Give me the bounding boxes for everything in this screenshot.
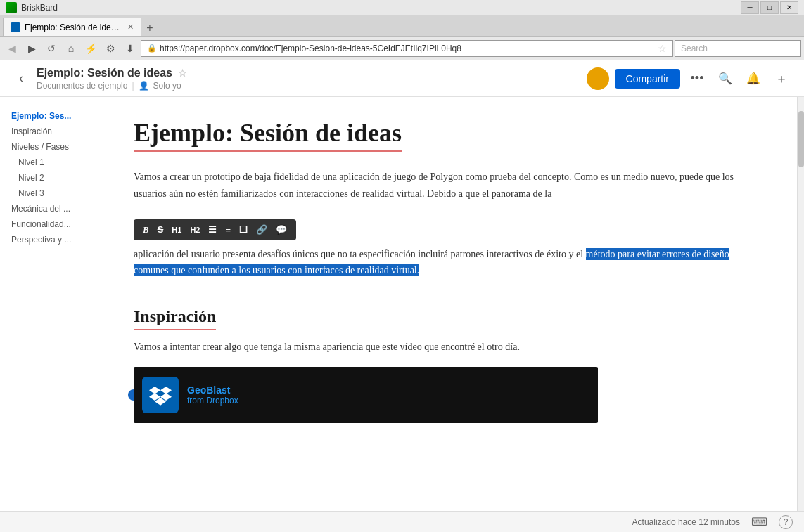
video-title-text: GeoBlast — [187, 384, 238, 396]
avatar — [587, 67, 609, 90]
header-title-area: Ejemplo: Sesión de ideas ☆ Documentos de… — [37, 67, 587, 91]
tab-close-button[interactable]: ✕ — [127, 22, 134, 32]
paragraph-text-pre-highlight-2: ta especificación incluirá patrones inte… — [350, 249, 585, 259]
sidebar-item-label: Nivel 3 — [18, 188, 44, 198]
bookmark-icon[interactable]: ☆ — [658, 43, 667, 54]
comment-button[interactable]: 💬 — [272, 222, 291, 237]
sidebar-item-nivel3[interactable]: Nivel 3 — [0, 186, 91, 201]
ssl-lock-icon: 🔒 — [147, 44, 157, 53]
paragraph-1: Vamos a crear un prototipo de baja fidel… — [134, 169, 755, 202]
sidebar-item-label: Nivel 1 — [18, 157, 44, 167]
content-area: Ejemplo: Sesión de ideas Vamos a crear u… — [91, 97, 797, 511]
keyboard-icon[interactable]: ⌨ — [751, 515, 767, 528]
link-crear[interactable]: crear — [170, 171, 189, 182]
video-subtitle-brand: Dropbox — [206, 396, 238, 406]
sidebar-item-ejemplo[interactable]: Ejemplo: Ses... — [0, 108, 91, 124]
paragraph-1-text: Vamos a crear un prototipo de baja fidel… — [134, 171, 734, 199]
tab-bar: Ejemplo: Sesión de ideas – ✕ + — [0, 15, 804, 37]
breadcrumb-folder[interactable]: Documentos de ejemplo — [37, 81, 127, 91]
boost-button[interactable]: ⚡ — [82, 39, 100, 58]
paragraph-inspiracion-text: Vamos a intentar crear algo que tenga la… — [134, 342, 520, 352]
video-embed-wrapper: GeoBlast from Dropbox — [134, 367, 755, 423]
search-placeholder: Search — [681, 44, 708, 53]
sidebar-item-niveles[interactable]: Niveles / Fases — [0, 139, 91, 155]
paragraph-1-continued: aplicación del usuario presenta desafíos… — [134, 246, 755, 280]
video-info: GeoBlast from Dropbox — [187, 384, 238, 406]
h1-button[interactable]: H1 — [168, 223, 185, 236]
help-button[interactable]: ? — [779, 515, 793, 529]
bold-button[interactable]: B — [139, 222, 153, 238]
navigation-bar: ◀ ▶ ↺ ⌂ ⚡ ⚙ ⬇ 🔒 https://paper.dropbox.co… — [0, 37, 804, 60]
minimize-button[interactable]: ─ — [741, 1, 759, 14]
maximize-button[interactable]: □ — [760, 1, 779, 14]
home-button[interactable]: ⌂ — [62, 39, 80, 58]
video-subtitle-pre: from — [187, 396, 206, 406]
video-embed[interactable]: GeoBlast from Dropbox — [134, 367, 598, 423]
link-button[interactable]: 🔗 — [253, 222, 271, 237]
close-button[interactable]: ✕ — [780, 1, 798, 14]
dropbox-logo-icon — [149, 384, 172, 406]
window-title: BriskBard — [21, 3, 741, 13]
document-main-title: Ejemplo: Sesión de ideas — [134, 118, 402, 152]
favorite-star-icon[interactable]: ☆ — [178, 67, 187, 79]
unordered-list-button[interactable]: ☰ — [205, 222, 220, 237]
share-button[interactable]: Compartir — [615, 69, 680, 89]
scrollbar-thumb[interactable] — [798, 111, 804, 167]
quote-button[interactable]: ❑ — [236, 222, 251, 237]
sidebar-item-label: Niveles / Fases — [11, 142, 69, 152]
text-formatting-toolbar: B S H1 H2 ☰ ≡ ❑ 🔗 💬 — [134, 219, 296, 240]
user-icon: 👤 — [139, 81, 149, 91]
last-updated-text: Actualizado hace 12 minutos — [632, 517, 740, 527]
paragraph-inspiracion: Vamos a intentar crear algo que tenga la… — [134, 339, 755, 356]
section-inspiracion-title: Inspiración — [134, 307, 216, 330]
strikethrough-button[interactable]: S — [154, 222, 167, 237]
tab-title: Ejemplo: Sesión de ideas – — [25, 22, 123, 32]
notifications-button[interactable]: 🔔 — [742, 67, 765, 90]
breadcrumb-separator: | — [132, 81, 134, 91]
search-button[interactable]: 🔍 — [714, 67, 736, 90]
h2-button[interactable]: H2 — [186, 223, 203, 236]
sidebar-item-label: Mecánica del ... — [11, 204, 70, 214]
doc-title-text: Ejemplo: Sesión de ideas — [37, 67, 172, 79]
window-controls: ─ □ ✕ — [741, 1, 798, 14]
vertical-scrollbar[interactable] — [797, 97, 804, 511]
video-logo — [142, 377, 179, 413]
browser-tab[interactable]: Ejemplo: Sesión de ideas – ✕ — [3, 18, 141, 36]
add-button[interactable]: ＋ — [770, 67, 793, 90]
sidebar-item-label: Funcionalidad... — [11, 219, 71, 229]
app-icon — [6, 2, 17, 13]
sidebar-item-label: Ejemplo: Ses... — [11, 111, 71, 121]
sidebar-item-label: Perspectiva y ... — [11, 235, 71, 245]
main-layout: Ejemplo: Ses... Inspiración Niveles / Fa… — [0, 97, 804, 511]
sidebar-item-nivel2[interactable]: Nivel 2 — [0, 170, 91, 186]
forward-button[interactable]: ▶ — [23, 39, 41, 58]
settings-button[interactable]: ⚙ — [101, 39, 120, 58]
sidebar-item-nivel1[interactable]: Nivel 1 — [0, 155, 91, 170]
refresh-button[interactable]: ↺ — [42, 39, 60, 58]
title-bar: BriskBard ─ □ ✕ — [0, 0, 804, 15]
tab-favicon — [11, 22, 20, 32]
app-header: ‹ Ejemplo: Sesión de ideas ☆ Documentos … — [0, 60, 804, 97]
more-options-button[interactable]: ••• — [686, 67, 708, 90]
header-back-button[interactable]: ‹ — [11, 69, 31, 89]
search-box[interactable]: Search — [675, 40, 801, 57]
sidebar-item-funcionalidad[interactable]: Funcionalidad... — [0, 216, 91, 232]
sidebar-item-inspiracion[interactable]: Inspiración — [0, 124, 91, 139]
url-text: https://paper.dropbox.com/doc/Ejemplo-Se… — [160, 44, 655, 53]
sidebar-item-perspectiva[interactable]: Perspectiva y ... — [0, 232, 91, 247]
paragraph-text-pre-highlight: aplicación del usuario presenta desafíos… — [134, 249, 347, 259]
breadcrumb-user: Solo yo — [153, 81, 181, 91]
download-button[interactable]: ⬇ — [121, 39, 139, 58]
breadcrumb: Documentos de ejemplo | 👤 Solo yo — [37, 81, 587, 91]
new-tab-button[interactable]: + — [141, 20, 158, 36]
header-actions: Compartir ••• 🔍 🔔 ＋ — [587, 67, 793, 90]
document-title: Ejemplo: Sesión de ideas ☆ — [37, 67, 587, 79]
sidebar: Ejemplo: Ses... Inspiración Niveles / Fa… — [0, 97, 91, 511]
sidebar-item-label: Inspiración — [11, 126, 52, 136]
back-button[interactable]: ◀ — [3, 39, 21, 58]
sidebar-item-mecanica[interactable]: Mecánica del ... — [0, 201, 91, 216]
bottom-bar: Actualizado hace 12 minutos ⌨ ? — [0, 511, 804, 532]
ordered-list-button[interactable]: ≡ — [222, 222, 234, 237]
sidebar-item-label: Nivel 2 — [18, 173, 44, 183]
address-bar[interactable]: 🔒 https://paper.dropbox.com/doc/Ejemplo-… — [141, 40, 673, 57]
